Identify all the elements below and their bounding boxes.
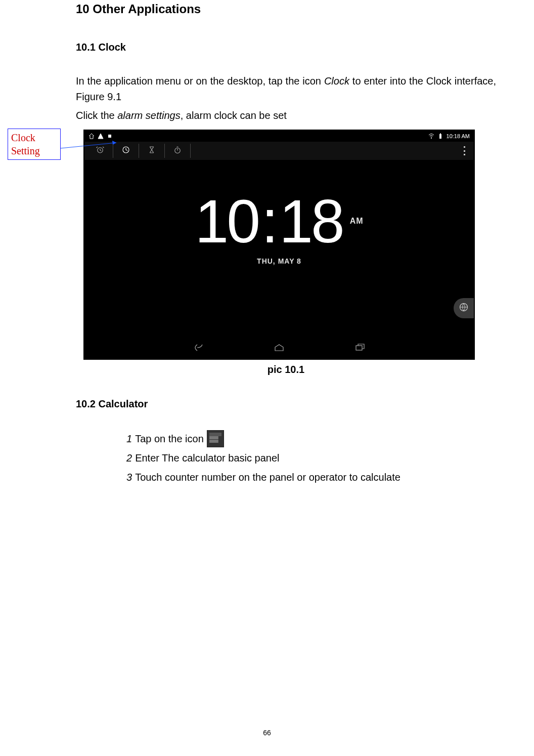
list-text: Enter The calculator basic panel: [135, 449, 279, 467]
callout-text-line1: Clock: [11, 131, 57, 144]
clock-display: 10:18 AM THU, MAY 8: [84, 186, 474, 265]
tab-clock[interactable]: [113, 144, 139, 158]
calculator-icon: [207, 430, 224, 447]
nav-recent-button[interactable]: [352, 344, 368, 354]
android-navbar: [84, 339, 474, 359]
recent-apps-icon: [354, 344, 366, 354]
world-clock-button[interactable]: [454, 298, 474, 318]
clock-icon: [121, 145, 130, 156]
wifi-icon: [428, 133, 434, 139]
nav-back-button[interactable]: [191, 344, 206, 354]
text-italic-clock: Clock: [324, 75, 349, 87]
list-item: 2 Enter The calculator basic panel: [126, 449, 496, 467]
nav-home-button[interactable]: [272, 344, 287, 354]
page-number: 66: [0, 729, 534, 737]
home-outline-icon: [273, 344, 285, 354]
screenshot-clock-app: 10:18 AM 10:18: [83, 130, 475, 360]
clock-colon: :: [261, 186, 276, 256]
warning-icon: [98, 133, 104, 139]
battery-icon: [437, 133, 443, 139]
text: , alarm clock can be set: [181, 110, 287, 121]
paragraph-clock-intro: In the application menu or on the deskto…: [76, 73, 496, 105]
calculator-steps: 1 Tap on the icon 2 Enter The calculator…: [126, 430, 496, 486]
svg-rect-0: [108, 135, 111, 138]
text-italic-alarm: alarm settings: [117, 110, 181, 121]
heading-calculator: 10.2 Calculator: [76, 398, 496, 410]
tab-stopwatch[interactable]: [165, 144, 191, 158]
list-number: 3: [126, 469, 132, 486]
tab-alarm[interactable]: [87, 144, 113, 158]
svg-point-1: [431, 138, 432, 139]
paragraph-alarm-settings: Click the alarm settings, alarm clock ca…: [76, 108, 496, 123]
dot-icon: [464, 150, 465, 152]
android-statusbar: 10:18 AM: [84, 131, 474, 142]
statusbar-time: 10:18 AM: [447, 133, 470, 139]
download-icon: [107, 133, 113, 139]
clock-ampm: AM: [350, 217, 364, 226]
callout-text-line2: Setting: [11, 144, 57, 157]
figure-caption: pic 10.1: [76, 364, 496, 375]
tab-timer[interactable]: [139, 144, 165, 158]
globe-icon: [459, 302, 469, 314]
text: Click the: [76, 110, 117, 121]
stopwatch-icon: [173, 145, 182, 156]
list-number: 2: [126, 449, 132, 467]
clock-minute: 18: [279, 186, 342, 256]
svg-rect-2: [439, 134, 441, 139]
list-item: 3 Touch counter number on the panel or o…: [126, 469, 496, 486]
text: In the application menu or on the deskto…: [76, 75, 324, 87]
clock-app-tabs: [84, 142, 474, 160]
dot-icon: [464, 146, 465, 148]
list-text: Touch counter number on the panel or ope…: [135, 469, 401, 486]
alarm-clock-icon: [96, 145, 105, 156]
heading-clock: 10.1 Clock: [76, 41, 496, 53]
hourglass-icon: [147, 145, 156, 156]
dot-icon: [464, 154, 465, 155]
heading-chapter: 10 Other Applications: [76, 2, 496, 16]
overflow-menu-button[interactable]: [458, 144, 471, 157]
list-text: Tap on the icon: [135, 430, 204, 447]
home-icon: [88, 133, 95, 139]
callout-clock-setting: Clock Setting: [8, 129, 61, 160]
svg-rect-3: [440, 134, 441, 135]
list-number: 1: [126, 430, 132, 447]
list-item: 1 Tap on the icon: [126, 430, 496, 447]
clock-hour: 10: [195, 186, 258, 256]
svg-rect-8: [356, 346, 362, 350]
back-icon: [192, 344, 204, 354]
clock-date: THU, MAY 8: [84, 257, 474, 265]
